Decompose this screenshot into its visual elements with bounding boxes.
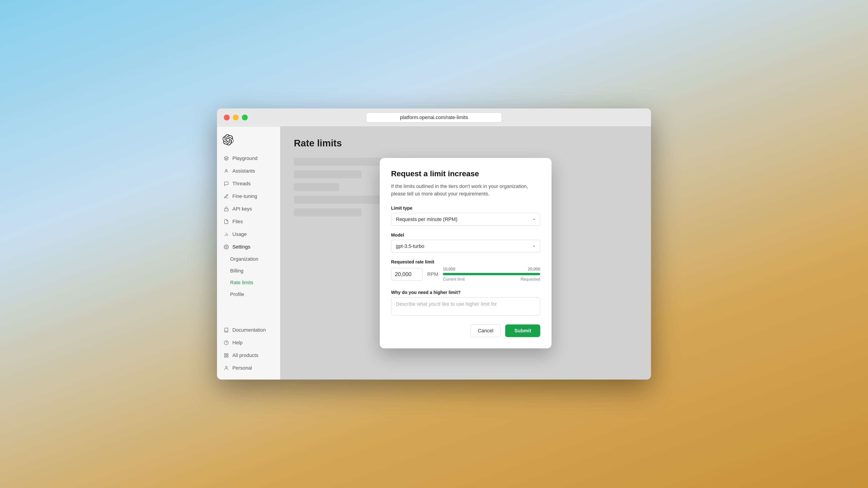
cancel-button[interactable]: Cancel [470, 324, 501, 337]
sidebar-item-threads[interactable]: Threads [220, 177, 277, 190]
sidebar-nav: Playground Assistants [217, 152, 280, 324]
svg-rect-9 [227, 354, 228, 355]
sidebar-label-documentation: Documentation [232, 327, 266, 333]
sidebar-label-files: Files [232, 219, 243, 225]
slider-labels: 10,000 20,000 [443, 267, 540, 271]
titlebar: platform.openai.com/rate-limits [217, 108, 651, 127]
modal-description: If the limits outlined in the tiers don'… [391, 183, 540, 197]
sidebar-label-fine-tuning: Fine-tuning [232, 193, 257, 199]
usage-icon [223, 231, 229, 237]
sidebar-sub-organization[interactable]: Organization [220, 254, 277, 265]
slider-label-current: 10,000 [443, 267, 455, 271]
slider-track[interactable] [443, 273, 540, 275]
modal-overlay: Request a limit increase If the limits o… [280, 127, 651, 380]
slider-sub-labels: Current limit Requested [443, 277, 540, 282]
fine-tuning-icon [223, 193, 229, 199]
modal-title: Request a limit increase [391, 169, 540, 178]
modal-actions: Cancel Submit [391, 324, 540, 337]
sidebar-sub-billing[interactable]: Billing [220, 265, 277, 276]
products-icon [223, 352, 229, 358]
sidebar-label-assistants: Assistants [232, 168, 255, 174]
close-button[interactable] [224, 115, 230, 121]
sidebar: Playground Assistants [217, 127, 280, 380]
url-bar[interactable]: platform.openai.com/rate-limits [366, 112, 502, 123]
doc-icon [223, 327, 229, 333]
sidebar-item-documentation[interactable]: Documentation [220, 324, 277, 336]
sidebar-item-all-products[interactable]: All products [220, 349, 277, 361]
main-area: Playground Assistants [217, 127, 651, 380]
svg-point-5 [225, 246, 227, 248]
sidebar-label-all-products: All products [232, 352, 258, 358]
model-group: Model gpt-3.5-turbo gpt-4 [391, 232, 540, 253]
url-text: platform.openai.com/rate-limits [400, 115, 468, 121]
playground-icon [223, 156, 229, 161]
svg-point-6 [224, 341, 228, 345]
rate-limit-section: Requested rate limit RPM 10,000 20,000 [391, 259, 540, 282]
traffic-lights [224, 115, 248, 121]
svg-point-12 [225, 366, 227, 368]
page-content: Rate limits Request a limit increase If … [280, 127, 651, 380]
svg-rect-10 [227, 356, 228, 357]
help-icon [223, 340, 229, 346]
sidebar-item-usage[interactable]: Usage [220, 228, 277, 240]
sidebar-label-api-keys: API keys [232, 206, 252, 212]
limit-type-label: Limit type [391, 205, 540, 211]
sidebar-sub-label-billing: Billing [230, 268, 243, 274]
sidebar-item-playground[interactable]: Playground [220, 152, 277, 164]
sidebar-item-files[interactable]: Files [220, 216, 277, 228]
sidebar-label-playground: Playground [232, 156, 257, 161]
sidebar-item-fine-tuning[interactable]: Fine-tuning [220, 190, 277, 202]
sidebar-sub-label-organization: Organization [230, 256, 258, 262]
rpm-label: RPM [427, 271, 438, 277]
files-icon [223, 219, 229, 225]
why-label: Why do you need a higher limit? [391, 290, 540, 295]
sidebar-item-api-keys[interactable]: API keys [220, 203, 277, 215]
sidebar-sub-profile[interactable]: Profile [220, 289, 277, 300]
rate-limit-label: Requested rate limit [391, 259, 540, 265]
svg-rect-1 [224, 209, 228, 211]
sidebar-label-settings: Settings [232, 244, 250, 250]
sidebar-sub-label-profile: Profile [230, 291, 244, 297]
minimize-button[interactable] [233, 115, 239, 121]
sidebar-sub-rate-limits[interactable]: Rate limits [220, 277, 277, 288]
limit-type-select[interactable]: Requests per minute (RPM) Tokens per min… [391, 213, 540, 226]
model-label: Model [391, 232, 540, 238]
sidebar-label-usage: Usage [232, 231, 247, 237]
assistants-icon [223, 168, 229, 174]
maximize-button[interactable] [242, 115, 248, 121]
why-textarea[interactable] [391, 297, 540, 315]
sidebar-item-help[interactable]: Help [220, 337, 277, 349]
threads-icon [223, 181, 229, 187]
rate-limit-row: RPM 10,000 20,000 Current l [391, 267, 540, 282]
modal-dialog: Request a limit increase If the limits o… [380, 158, 552, 348]
slider-fill [443, 273, 540, 275]
sidebar-item-settings[interactable]: Settings [220, 241, 277, 253]
sidebar-bottom: Documentation Help [217, 324, 280, 374]
why-group: Why do you need a higher limit? [391, 290, 540, 316]
slider-label-requested: 20,000 [528, 267, 540, 271]
model-select[interactable]: gpt-3.5-turbo gpt-4 [391, 240, 540, 253]
sidebar-label-help: Help [232, 340, 243, 346]
svg-rect-11 [224, 356, 226, 357]
api-keys-icon [223, 206, 229, 212]
sidebar-item-assistants[interactable]: Assistants [220, 165, 277, 177]
current-limit-label: Current limit [443, 277, 465, 282]
app-window: platform.openai.com/rate-limits [217, 108, 651, 380]
svg-point-0 [225, 169, 227, 171]
settings-icon [223, 244, 229, 250]
limit-type-group: Limit type Requests per minute (RPM) Tok… [391, 205, 540, 226]
submit-button[interactable]: Submit [505, 324, 540, 337]
svg-rect-8 [224, 354, 226, 355]
slider-container: 10,000 20,000 Current limit Requested [443, 267, 540, 282]
sidebar-label-threads: Threads [232, 181, 251, 187]
rate-value-input[interactable] [391, 268, 423, 281]
sidebar-item-personal[interactable]: Personal [220, 362, 277, 374]
sidebar-label-personal: Personal [232, 365, 252, 371]
requested-label: Requested [521, 277, 540, 282]
sidebar-sub-label-rate-limits: Rate limits [230, 280, 253, 286]
sidebar-logo [217, 132, 280, 152]
personal-icon [223, 365, 229, 371]
